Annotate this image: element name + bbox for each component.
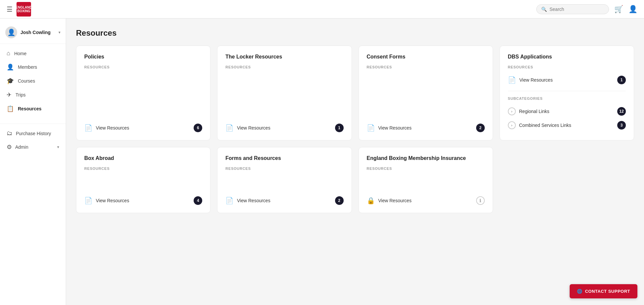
card-box-abroad[interactable]: Box Abroad RESOURCES 📄 View Resources 4 — [76, 147, 210, 213]
search-input[interactable] — [549, 7, 604, 12]
resources-grid-row2: Box Abroad RESOURCES 📄 View Resources 4 … — [76, 147, 634, 213]
card-label-box-abroad: RESOURCES — [84, 167, 202, 171]
user-account-icon[interactable]: 👤 — [628, 5, 637, 14]
sidebar-item-purchase-history[interactable]: 🗂 Purchase History — [0, 127, 66, 140]
view-resources-locker[interactable]: View Resources — [237, 125, 270, 131]
badge-consent: 2 — [476, 124, 485, 132]
members-icon: 👤 — [7, 63, 14, 71]
doc-icon-forms: 📄 — [225, 197, 234, 205]
search-bar[interactable]: 🔍 — [536, 4, 609, 14]
avatar: 👤 — [5, 26, 17, 38]
sidebar-label-trips: Trips — [16, 92, 26, 97]
sidebar: 👤 Josh Cowling ▾ ⌂ Home 👤 Members 🎓 — [0, 19, 66, 305]
contact-support-icon: 🌐 — [577, 289, 583, 294]
card-title-forms: Forms and Resources — [225, 155, 343, 161]
card-row-box-abroad: 📄 View Resources 4 — [84, 196, 202, 205]
card-label-dbs: RESOURCES — [508, 65, 626, 69]
sidebar-navigation: ⌂ Home 👤 Members 🎓 Courses ✈ Tri — [0, 47, 66, 121]
card-row-dbs: 📄 View Resources 1 — [508, 76, 626, 84]
resources-icon: 📋 — [7, 105, 14, 112]
card-row-policies: 📄 View Resources 6 — [84, 124, 202, 132]
doc-icon-locker: 📄 — [225, 124, 234, 132]
admin-label: Admin — [15, 144, 28, 150]
card-title-box-abroad: Box Abroad — [84, 155, 202, 161]
sidebar-label-members: Members — [18, 64, 37, 70]
user-section[interactable]: 👤 Josh Cowling ▾ — [0, 24, 66, 44]
view-resources-consent[interactable]: View Resources — [378, 125, 412, 131]
admin-chevron-icon: ▾ — [57, 145, 59, 149]
hamburger-icon[interactable]: ☰ — [7, 5, 13, 13]
subcat-left-regional: › Regional Links — [508, 107, 549, 115]
logo-box: ENGLANDBOXING — [17, 2, 31, 17]
contact-support-button[interactable]: 🌐 CONTACT SUPPORT — [570, 284, 637, 298]
doc-icon-box-abroad: 📄 — [84, 197, 93, 205]
sidebar-item-home[interactable]: ⌂ Home — [0, 47, 66, 60]
nav-right: 🔍 🛒 👤 — [536, 4, 637, 14]
trips-icon: ✈ — [7, 91, 12, 98]
user-chevron-icon: ▾ — [58, 30, 60, 35]
sidebar-section-purchase: 🗂 Purchase History ⚙ Admin ▾ — [0, 124, 66, 157]
top-nav: ☰ ENGLANDBOXING 🔍 🛒 👤 — [0, 0, 644, 19]
empty-cell — [500, 147, 634, 213]
card-policies[interactable]: Policies RESOURCES 📄 View Resources 6 — [76, 46, 210, 140]
view-resources-policies[interactable]: View Resources — [96, 125, 129, 131]
page-title: Resources — [76, 28, 634, 38]
card-label-insurance: RESOURCES — [367, 167, 485, 171]
card-label-policies: RESOURCES — [84, 65, 202, 69]
card-row-left-forms: 📄 View Resources — [225, 197, 270, 205]
sidebar-item-resources[interactable]: 📋 Resources — [0, 102, 66, 116]
doc-icon-dbs: 📄 — [508, 76, 516, 84]
logo-text: ENGLANDBOXING — [17, 6, 31, 13]
subcat-combined-services[interactable]: › Combined Services Links 3 — [508, 118, 626, 132]
main-content: Resources Policies RESOURCES 📄 View Reso… — [66, 19, 644, 305]
badge-policies: 6 — [194, 124, 202, 132]
card-label-consent: RESOURCES — [367, 65, 485, 69]
card-dbs[interactable]: DBS Applications RESOURCES 📄 View Resour… — [500, 46, 634, 140]
subcat-text-regional: Regional Links — [519, 109, 549, 114]
contact-support-label: CONTACT SUPPORT — [585, 289, 630, 294]
admin-icon: ⚙ — [7, 143, 12, 151]
card-insurance[interactable]: England Boxing Membership Insurance RESO… — [359, 147, 493, 213]
sidebar-item-courses[interactable]: 🎓 Courses — [0, 74, 66, 88]
subcategories-label: SUBCATEGORIES — [508, 96, 626, 100]
card-label-forms: RESOURCES — [225, 167, 343, 171]
circle-chevron-combined: › — [508, 121, 516, 129]
card-title-dbs: DBS Applications — [508, 54, 626, 60]
user-name: Josh Cowling — [20, 30, 55, 35]
home-icon: ⌂ — [7, 50, 10, 57]
badge-box-abroad: 4 — [194, 196, 202, 205]
card-title-locker: The Locker Resources — [225, 54, 343, 60]
view-resources-dbs[interactable]: View Resources — [519, 77, 553, 83]
subcat-regional-links[interactable]: › Regional Links 12 — [508, 104, 626, 118]
badge-forms: 2 — [335, 196, 344, 205]
subcat-left-combined: › Combined Services Links — [508, 121, 571, 129]
circle-chevron-regional: › — [508, 107, 516, 115]
card-row-left-dbs: 📄 View Resources — [508, 76, 553, 84]
card-forms[interactable]: Forms and Resources RESOURCES 📄 View Res… — [217, 147, 352, 213]
badge-info-insurance: ℹ — [476, 196, 485, 205]
badge-locker: 1 — [335, 124, 344, 132]
card-title-consent: Consent Forms — [367, 54, 485, 60]
card-row-left-box-abroad: 📄 View Resources — [84, 197, 129, 205]
cart-icon[interactable]: 🛒 — [614, 5, 623, 14]
view-resources-box-abroad[interactable]: View Resources — [96, 198, 129, 203]
card-row-left-insurance: 🔒 View Resources — [367, 197, 412, 205]
card-row-insurance: 🔒 View Resources ℹ — [367, 196, 485, 205]
card-row-left-locker: 📄 View Resources — [225, 124, 270, 132]
badge-regional: 12 — [617, 107, 626, 116]
logo: ENGLANDBOXING — [17, 2, 31, 17]
card-locker[interactable]: The Locker Resources RESOURCES 📄 View Re… — [217, 46, 352, 140]
view-resources-insurance[interactable]: View Resources — [378, 198, 412, 203]
badge-dbs: 1 — [617, 76, 626, 84]
sidebar-item-members[interactable]: 👤 Members — [0, 60, 66, 74]
subcategories-section: SUBCATEGORIES › Regional Links 12 › Comb… — [508, 91, 626, 132]
sidebar-item-admin[interactable]: ⚙ Admin ▾ — [0, 140, 66, 154]
admin-label-row: ⚙ Admin — [7, 143, 28, 151]
sidebar-label-resources: Resources — [18, 106, 42, 111]
sidebar-item-trips[interactable]: ✈ Trips — [0, 88, 66, 102]
purchase-history-icon: 🗂 — [7, 130, 13, 137]
card-title-insurance: England Boxing Membership Insurance — [367, 155, 485, 161]
doc-icon-consent: 📄 — [367, 124, 375, 132]
view-resources-forms[interactable]: View Resources — [237, 198, 270, 203]
card-consent[interactable]: Consent Forms RESOURCES 📄 View Resources… — [359, 46, 493, 140]
